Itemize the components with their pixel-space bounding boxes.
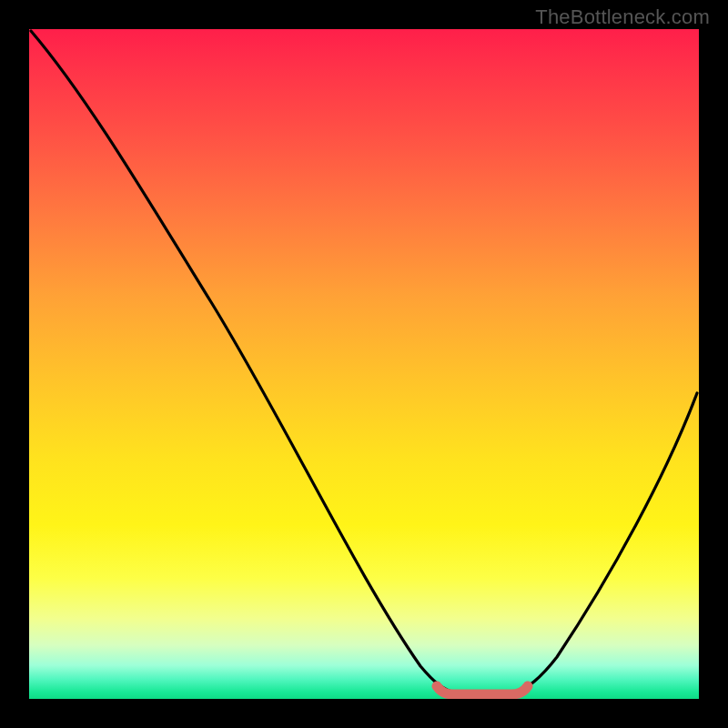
bottleneck-curve-line — [31, 31, 697, 694]
watermark-text: TheBottleneck.com — [535, 5, 710, 29]
optimal-range-marker — [437, 686, 528, 694]
chart-plot-area — [29, 29, 699, 699]
chart-svg — [29, 29, 699, 699]
chart-curve-group — [31, 31, 697, 694]
chart-frame: TheBottleneck.com — [0, 0, 728, 728]
